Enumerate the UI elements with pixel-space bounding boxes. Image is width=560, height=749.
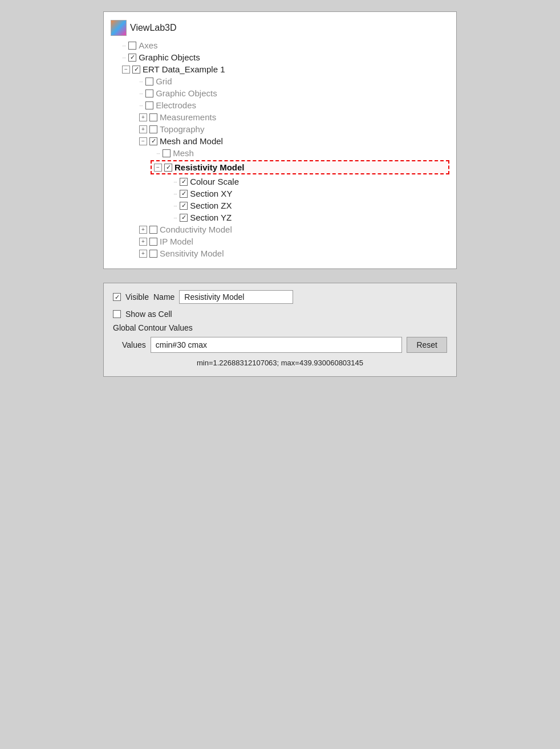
label-sensitivity-model: Sensitivity Model bbox=[160, 249, 224, 258]
label-axes: Axes bbox=[139, 40, 157, 50]
global-contour-label: Global Contour Values bbox=[113, 323, 447, 332]
checkbox-ert-data[interactable] bbox=[132, 66, 140, 74]
connector-section-xy: ··· bbox=[173, 190, 177, 197]
checkbox-visible[interactable] bbox=[113, 293, 121, 301]
checkbox-sensitivity-model[interactable] bbox=[149, 250, 157, 258]
label-section-yz: Section YZ bbox=[190, 213, 232, 222]
tree-item-sensitivity-model[interactable]: + Sensitivity Model bbox=[111, 247, 449, 259]
connector-colour-scale: ··· bbox=[173, 178, 177, 185]
connector-electrodes: ··· bbox=[139, 102, 143, 109]
tree-item-conductivity-model[interactable]: + Conductivity Model bbox=[111, 223, 449, 235]
checkbox-mesh[interactable] bbox=[163, 149, 171, 157]
root-label: ViewLab3D bbox=[130, 23, 177, 33]
tree-item-ip-model[interactable]: + IP Model bbox=[111, 235, 449, 247]
checkbox-resistivity-model[interactable] bbox=[164, 164, 172, 172]
checkbox-graphic-objects-top[interactable] bbox=[128, 54, 136, 62]
label-colour-scale: Colour Scale bbox=[190, 177, 239, 186]
connector-grid: ··· bbox=[139, 78, 143, 85]
tree-item-resistivity-model[interactable]: − Resistivity Model bbox=[151, 160, 449, 174]
expander-topography[interactable]: + bbox=[139, 125, 147, 133]
checkbox-topography[interactable] bbox=[149, 125, 157, 133]
label-conductivity-model: Conductivity Model bbox=[160, 225, 232, 234]
show-as-cell-label: Show as Cell bbox=[125, 310, 172, 319]
properties-panel: Visible Name Show as Cell Global Contour… bbox=[103, 283, 457, 377]
app-icon bbox=[111, 20, 127, 36]
tree-item-graphic-objects[interactable]: ··· Graphic Objects bbox=[111, 87, 449, 99]
connector-axes: ··· bbox=[122, 42, 125, 49]
root-item: ViewLab3D bbox=[111, 18, 449, 39]
tree-item-mesh[interactable]: ··· Mesh bbox=[111, 147, 449, 159]
checkbox-colour-scale[interactable] bbox=[180, 178, 188, 186]
connector-graphic-objects-top: ··· bbox=[122, 54, 125, 61]
checkbox-graphic-objects[interactable] bbox=[145, 89, 153, 97]
checkbox-mesh-and-model[interactable] bbox=[149, 137, 157, 145]
expander-resistivity-model[interactable]: − bbox=[154, 164, 162, 172]
tree-item-axes[interactable]: ··· Axes bbox=[111, 39, 449, 51]
connector-mesh: ··· bbox=[156, 150, 160, 157]
checkbox-section-zx[interactable] bbox=[180, 202, 188, 210]
label-section-zx: Section ZX bbox=[190, 201, 232, 210]
tree-item-ert-data[interactable]: − ERT Data_Example 1 bbox=[111, 63, 449, 75]
expander-conductivity-model[interactable]: + bbox=[139, 226, 147, 234]
tree-item-section-yz[interactable]: ··· Section YZ bbox=[111, 211, 449, 223]
checkbox-conductivity-model[interactable] bbox=[149, 226, 157, 234]
reset-button[interactable]: Reset bbox=[407, 337, 447, 353]
label-graphic-objects: Graphic Objects bbox=[156, 88, 217, 98]
connector-section-yz: ··· bbox=[173, 214, 177, 221]
checkbox-measurements[interactable] bbox=[149, 113, 157, 121]
resistivity-model-wrapper: − Resistivity Model bbox=[111, 160, 449, 174]
visible-name-row: Visible Name bbox=[113, 290, 447, 304]
show-as-cell-row: Show as Cell bbox=[113, 310, 447, 319]
label-grid: Grid bbox=[156, 76, 172, 86]
label-mesh: Mesh bbox=[173, 148, 194, 158]
label-measurements: Measurements bbox=[160, 112, 216, 122]
visible-label: Visible bbox=[125, 292, 149, 302]
label-graphic-objects-top: Graphic Objects bbox=[139, 52, 200, 62]
label-section-xy: Section XY bbox=[190, 189, 232, 198]
checkbox-show-as-cell[interactable] bbox=[113, 310, 121, 318]
tree-item-measurements[interactable]: + Measurements bbox=[111, 111, 449, 123]
checkbox-ip-model[interactable] bbox=[149, 238, 157, 246]
tree-panel: ViewLab3D ··· Axes ··· Graphic Objects −… bbox=[103, 11, 457, 269]
tree-item-section-xy[interactable]: ··· Section XY bbox=[111, 188, 449, 200]
tree-item-mesh-and-model[interactable]: − Mesh and Model bbox=[111, 135, 449, 147]
checkbox-electrodes[interactable] bbox=[145, 101, 153, 109]
checkbox-section-yz[interactable] bbox=[180, 214, 188, 222]
label-mesh-and-model: Mesh and Model bbox=[160, 136, 223, 146]
values-input[interactable] bbox=[151, 337, 403, 353]
tree-item-colour-scale[interactable]: ··· Colour Scale bbox=[111, 176, 449, 188]
expander-measurements[interactable]: + bbox=[139, 113, 147, 121]
expander-sensitivity-model[interactable]: + bbox=[139, 250, 147, 258]
values-row: Values Reset bbox=[113, 337, 447, 353]
label-ip-model: IP Model bbox=[160, 237, 193, 246]
tree-item-section-zx[interactable]: ··· Section ZX bbox=[111, 200, 449, 211]
min-max-text: min=1.22688312107063; max=439.9300608031… bbox=[113, 359, 447, 367]
checkbox-grid[interactable] bbox=[145, 78, 153, 86]
label-ert-data: ERT Data_Example 1 bbox=[143, 64, 225, 74]
label-topography: Topography bbox=[160, 124, 204, 134]
checkbox-axes[interactable] bbox=[128, 42, 136, 50]
label-electrodes: Electrodes bbox=[156, 100, 196, 110]
connector-section-zx: ··· bbox=[173, 202, 177, 209]
values-label: Values bbox=[122, 340, 146, 349]
expander-mesh-and-model[interactable]: − bbox=[139, 137, 147, 145]
expander-ert-data[interactable]: − bbox=[122, 66, 130, 74]
tree-item-topography[interactable]: + Topography bbox=[111, 123, 449, 135]
label-resistivity-model: Resistivity Model bbox=[175, 162, 245, 172]
tree-item-graphic-objects-top[interactable]: ··· Graphic Objects bbox=[111, 51, 449, 63]
connector-graphic-objects: ··· bbox=[139, 90, 143, 97]
checkbox-section-xy[interactable] bbox=[180, 190, 188, 198]
name-input[interactable] bbox=[179, 290, 293, 304]
expander-ip-model[interactable]: + bbox=[139, 238, 147, 246]
name-label: Name bbox=[153, 292, 175, 302]
tree-item-grid[interactable]: ··· Grid bbox=[111, 75, 449, 87]
tree-item-electrodes[interactable]: ··· Electrodes bbox=[111, 99, 449, 111]
